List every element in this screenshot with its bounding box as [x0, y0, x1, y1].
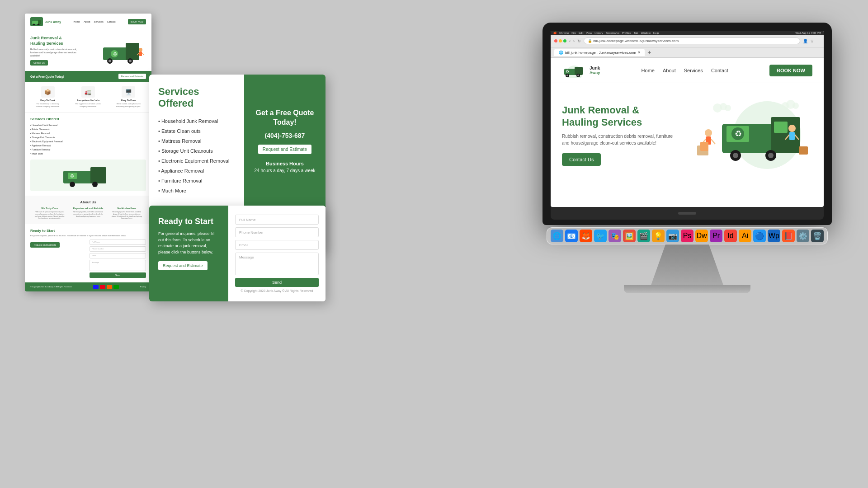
- macos-menu-file: File: [571, 32, 576, 34]
- ready-title: Ready to Start: [158, 217, 219, 226]
- about-col1-title: We Truly Care: [34, 207, 66, 210]
- dock-dw-icon[interactable]: Dw: [695, 230, 708, 242]
- browser-profile-icon[interactable]: 👤: [803, 39, 808, 43]
- mock-about-col-2: Experienced and Reliable We always put t…: [72, 207, 104, 220]
- feature-2-title: Everywhere You're In: [75, 99, 102, 102]
- nav-services[interactable]: Services: [684, 68, 703, 73]
- mock-nav-contact[interactable]: Contact: [107, 20, 116, 23]
- dock-photos-icon[interactable]: 🖼️: [623, 230, 636, 242]
- mock-book-btn[interactable]: BOOK NOW: [128, 19, 146, 24]
- mock-form-name[interactable]: Full Name: [90, 239, 146, 245]
- svg-text:♻: ♻: [735, 129, 742, 138]
- nav-home[interactable]: Home: [642, 68, 655, 73]
- feature-1-text: The easiest way to book any removal comp…: [34, 103, 61, 107]
- mock-form-phone[interactable]: Phone Number: [90, 246, 146, 252]
- dock-camera-icon[interactable]: 📷: [666, 230, 679, 242]
- tab-close-icon[interactable]: ×: [638, 50, 640, 55]
- discover-icon: [113, 285, 119, 289]
- dock-container: 🌐 📧 🦊 🐦 🎭 🖼️ 🎬 💡 📷 Ps Dw Pr Id Ai 🔵 Wp 📕…: [542, 225, 832, 244]
- list-item: Electronic Equipment Removal: [30, 140, 146, 144]
- site-hero-text: Junk Removal & Hauling Services Rubbish …: [562, 104, 675, 166]
- mock-form-message[interactable]: Message: [90, 260, 146, 271]
- dock-sketch-icon[interactable]: 💡: [652, 230, 665, 242]
- svg-point-11: [129, 60, 132, 62]
- ready-description: For general inquiries, please fill out t…: [158, 231, 219, 255]
- form-email[interactable]: Email: [235, 240, 319, 250]
- mock-form-email[interactable]: Email: [90, 253, 146, 258]
- svg-rect-5: [126, 43, 139, 60]
- browser-star-icon[interactable]: ☆: [810, 39, 814, 43]
- about-col2-title: Experienced and Reliable: [72, 207, 104, 210]
- list-item: Household Junk Removal: [158, 116, 235, 126]
- services-quote-panel: Get a Free Quote Today! (404)-753-687 Re…: [244, 75, 326, 207]
- nav-contact[interactable]: Contact: [711, 68, 728, 73]
- logo-junk: Junk: [590, 66, 600, 70]
- services-card-list: Household Junk Removal Estate Clean outs…: [158, 116, 235, 196]
- mock-ready-title: Ready to Start: [30, 229, 146, 233]
- dock-acrobat-icon[interactable]: 📕: [782, 230, 795, 242]
- mock-nav-links: Home About Services Contact: [74, 20, 116, 23]
- about-col2-text: We always put the job first for our remo…: [72, 211, 104, 218]
- mock-contact-btn[interactable]: Contact Us: [30, 60, 48, 66]
- browser-forward-btn[interactable]: ›: [573, 39, 575, 43]
- mock-nav-services[interactable]: Services: [94, 20, 104, 23]
- dock-twitter-icon[interactable]: 🐦: [594, 230, 607, 242]
- active-tab[interactable]: 🌐 bill-junk-homepage - Junkawayservices.…: [554, 49, 645, 56]
- browser-address-bar[interactable]: 🔒 bill-junk-homepage.webflow.io/junkaway…: [584, 38, 800, 44]
- svg-point-63: [768, 153, 774, 158]
- ready-card: Ready to Start For general inquiries, pl…: [149, 206, 326, 301]
- list-item: Storage Unit Cleanouts: [158, 146, 235, 156]
- svg-point-64: [705, 129, 712, 136]
- site-contact-btn[interactable]: Contact Us: [562, 153, 601, 166]
- services-card-top: Services Offered Household Junk Removal …: [149, 75, 326, 207]
- macos-menu-chrome: Chrome: [559, 32, 569, 34]
- dock-finder-icon[interactable]: 🌐: [551, 230, 563, 242]
- svg-point-12: [139, 48, 142, 52]
- dock-trash-icon[interactable]: 🗑️: [811, 230, 824, 242]
- svg-point-18: [70, 182, 75, 187]
- minimize-button-icon[interactable]: [559, 39, 562, 42]
- close-button-icon[interactable]: [554, 39, 557, 42]
- fullscreen-button-icon[interactable]: [563, 39, 566, 42]
- form-phone[interactable]: Phone Number: [235, 227, 319, 237]
- nav-about[interactable]: About: [663, 68, 676, 73]
- form-send-btn[interactable]: Send: [235, 278, 319, 287]
- dock-more-icon[interactable]: 🔵: [753, 230, 766, 242]
- browser-more-icon[interactable]: ⋮: [816, 39, 820, 43]
- dock-id-icon[interactable]: Id: [724, 230, 737, 242]
- site-book-btn[interactable]: BOOK NOW: [769, 65, 812, 76]
- left-website-stack: Junk Away Home About Services Contact BO…: [25, 14, 156, 291]
- mock-about-section: About Us We Truly Care With over 20 year…: [25, 196, 151, 225]
- dock-settings-icon[interactable]: ⚙️: [797, 230, 809, 242]
- svg-point-9: [108, 60, 111, 62]
- list-item: Furniture Removal: [30, 148, 146, 152]
- new-tab-btn[interactable]: +: [647, 49, 651, 56]
- browser-refresh-btn[interactable]: ↻: [577, 39, 581, 43]
- browser-tab-bar: 🌐 bill-junk-homepage - Junkawayservices.…: [551, 47, 824, 58]
- dock-ai-icon[interactable]: Ai: [739, 230, 751, 242]
- form-message[interactable]: Message: [235, 253, 319, 275]
- form-full-name[interactable]: Full Name: [235, 215, 319, 225]
- main-website-mockup: Junk Away Home About Services Contact BO…: [25, 14, 151, 291]
- dock-video-icon[interactable]: 🎬: [637, 230, 650, 242]
- mock-services-title: Services Offered: [30, 117, 146, 121]
- services-req-btn[interactable]: Request and Estimate: [258, 145, 311, 154]
- dock-purple-icon[interactable]: 🎭: [609, 230, 621, 242]
- mock-quote-btn[interactable]: Request and Estimate: [118, 74, 146, 79]
- dock-pr-icon[interactable]: Pr: [710, 230, 722, 242]
- mock-ready-btn[interactable]: Request and Estimate: [30, 242, 60, 248]
- mock-nav-home[interactable]: Home: [74, 20, 80, 23]
- mock-nav-about[interactable]: About: [84, 20, 90, 23]
- svg-rect-1: [38, 20, 41, 24]
- feature-1-title: Easy To Book: [34, 99, 61, 102]
- dock-wp-icon[interactable]: Wp: [768, 230, 780, 242]
- browser-back-btn[interactable]: ‹: [569, 39, 571, 43]
- mock-ready-content: Request and Estimate Full Name Phone Num…: [30, 239, 146, 278]
- mock-send-btn[interactable]: Send: [90, 272, 146, 278]
- mock-quote-text: Get a Free Quote Today!: [30, 75, 64, 78]
- monitor-base: [624, 285, 750, 293]
- ready-req-btn[interactable]: Request and Estimate: [158, 261, 208, 270]
- dock-firefox-icon[interactable]: 🦊: [580, 230, 592, 242]
- dock-ps-icon[interactable]: Ps: [681, 230, 693, 242]
- dock-mail-icon[interactable]: 📧: [565, 230, 578, 242]
